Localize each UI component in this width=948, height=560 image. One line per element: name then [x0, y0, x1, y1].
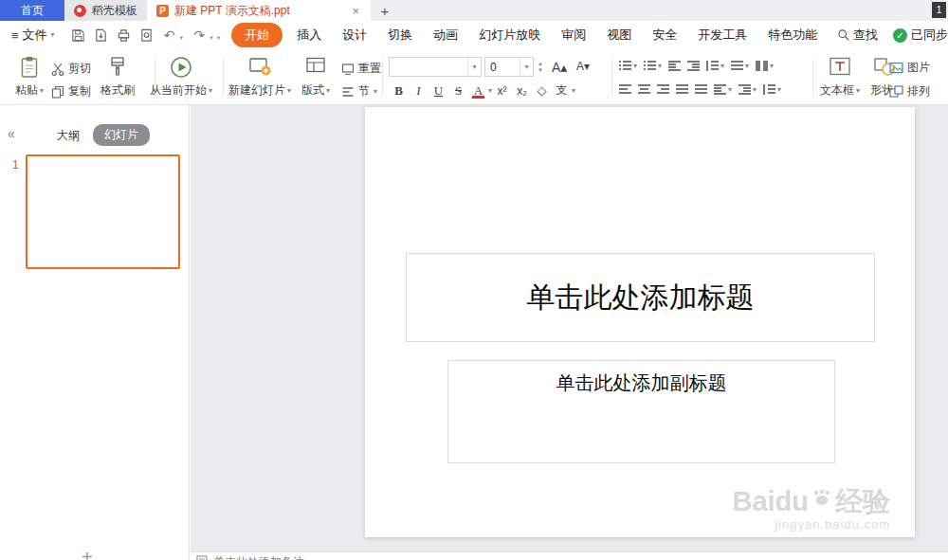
- slide-thumbnail[interactable]: [26, 154, 180, 269]
- subscript-button[interactable]: x₂: [512, 81, 532, 100]
- tab-document[interactable]: P 新建 PPT 演示文稿.ppt ×: [147, 0, 371, 21]
- format-painter-icon: [109, 56, 126, 77]
- align-bottom-button[interactable]: ▾: [763, 84, 781, 95]
- font-name-combobox[interactable]: ▾: [389, 57, 482, 77]
- tab-outline[interactable]: 大纲: [57, 128, 80, 144]
- increase-font-size-button[interactable]: A▴: [552, 60, 567, 75]
- paste-button[interactable]: 粘贴▾: [9, 53, 49, 101]
- distribute-text-button[interactable]: [695, 84, 707, 95]
- tab-developer[interactable]: 开发工具: [687, 23, 757, 47]
- reset-button[interactable]: 重置: [341, 61, 381, 77]
- print-preview-icon[interactable]: [137, 25, 157, 45]
- new-tab-button[interactable]: +: [371, 0, 399, 21]
- reset-label: 重置: [358, 61, 381, 77]
- tab-security[interactable]: 安全: [642, 23, 687, 47]
- layout-label: 版式: [301, 82, 324, 99]
- tab-insert[interactable]: 插入: [286, 23, 332, 47]
- tab-slides[interactable]: 幻灯片: [93, 124, 150, 146]
- customize-toolbar-icon[interactable]: ▾: [217, 34, 221, 42]
- align-top-button[interactable]: ▾: [714, 84, 732, 95]
- cut-button[interactable]: 剪切: [51, 61, 91, 77]
- decrease-indent-button[interactable]: [668, 61, 681, 71]
- tab-animation[interactable]: 动画: [423, 23, 468, 47]
- save-icon[interactable]: [68, 25, 89, 45]
- columns-button[interactable]: ▾: [756, 61, 774, 71]
- align-left-button[interactable]: [619, 84, 631, 95]
- text-direction-button[interactable]: ▾: [731, 61, 749, 71]
- print-icon[interactable]: [114, 25, 135, 45]
- redo-icon[interactable]: ↷: [189, 25, 210, 45]
- tab-home[interactable]: 首页: [0, 0, 64, 21]
- section-button[interactable]: 节 ▾: [341, 83, 377, 99]
- chevron-down-icon[interactable]: ▾: [520, 58, 533, 76]
- divider: [382, 58, 383, 96]
- menu-bar: ≡ 文件 ▾ ↶ ▾ ↷ ▾ ▾ 开始 插入 设计 切换 动画 幻灯片放映 审阅…: [0, 21, 948, 49]
- close-tab-icon[interactable]: ×: [350, 4, 361, 18]
- tab-start[interactable]: 开始: [231, 23, 283, 47]
- line-spacing-button[interactable]: ▾: [706, 61, 724, 71]
- decrease-font-size-button[interactable]: A▾: [576, 60, 590, 73]
- bullet-list-button[interactable]: ▾: [619, 61, 637, 71]
- text-box-button[interactable]: 文本框▾: [817, 53, 863, 101]
- chevron-down-icon[interactable]: ▾: [467, 58, 481, 76]
- play-from-current-button[interactable]: 从当前开始▾: [140, 53, 222, 101]
- chevron-down-icon: ▾: [40, 87, 44, 95]
- tab-transitions[interactable]: 切换: [377, 23, 423, 47]
- font-size-stepper[interactable]: ▲▼: [538, 57, 543, 77]
- clear-format-button[interactable]: ◇: [532, 81, 552, 100]
- file-menu-label: 文件: [23, 27, 47, 44]
- align-center-button[interactable]: [638, 84, 650, 95]
- add-slide-button[interactable]: +: [82, 550, 93, 560]
- chevron-glyph: ▾: [728, 86, 732, 94]
- bold-button[interactable]: B: [389, 81, 409, 100]
- undo-dropdown-icon[interactable]: ▾: [180, 34, 184, 42]
- chevron-glyph: ▾: [658, 63, 662, 70]
- file-menu-button[interactable]: ≡ 文件 ▾: [11, 27, 55, 44]
- underline-button[interactable]: U: [428, 81, 448, 100]
- find-button[interactable]: 查找: [837, 27, 878, 44]
- align-middle-icon: [738, 84, 751, 95]
- text-tools-dropdown-icon[interactable]: ▾: [572, 87, 575, 95]
- tab-view[interactable]: 视图: [596, 23, 642, 47]
- format-painter-button[interactable]: 格式刷: [95, 53, 140, 101]
- tab-special-features[interactable]: 特色功能: [757, 23, 828, 47]
- numbered-list-button[interactable]: ▾: [644, 61, 662, 71]
- undo-icon[interactable]: ↶: [159, 25, 180, 45]
- paste-icon: [20, 56, 39, 79]
- slide-editor[interactable]: 单击此处添加标题 单击此处添加副标题 Baidu 经验 jingyan.baid…: [365, 107, 915, 537]
- chevron-glyph: ▾: [524, 63, 528, 71]
- notification-badge[interactable]: 1: [932, 2, 946, 18]
- notes-bar[interactable]: 单击此处添加备注: [191, 551, 948, 560]
- baidu-watermark: Baidu 经验 jingyan.baidu.com: [732, 488, 890, 532]
- layout-icon: [305, 56, 326, 75]
- strikethrough-button[interactable]: S: [448, 81, 468, 100]
- increase-font-glyph: A▴: [552, 60, 567, 75]
- align-middle-button[interactable]: ▾: [738, 84, 757, 95]
- font-size-combobox[interactable]: 0 ▾: [484, 57, 534, 77]
- collapse-panel-button[interactable]: «: [8, 126, 15, 141]
- text-tools-button[interactable]: 支: [552, 81, 572, 100]
- search-icon: [837, 28, 850, 42]
- subtitle-placeholder[interactable]: 单击此处添加副标题: [447, 360, 835, 463]
- layout-button[interactable]: 版式▾: [293, 53, 338, 101]
- tab-slideshow[interactable]: 幻灯片放映: [468, 23, 551, 47]
- sync-status[interactable]: ✓ 已同步: [893, 27, 948, 44]
- superscript-button[interactable]: x²: [492, 81, 512, 100]
- italic-button[interactable]: I: [409, 81, 428, 100]
- tab-docer-templates[interactable]: 稻壳模板: [64, 0, 147, 21]
- justify-button[interactable]: [676, 84, 688, 95]
- font-color-button[interactable]: A: [468, 81, 488, 100]
- text-direction-icon: [731, 61, 743, 71]
- tab-design[interactable]: 设计: [332, 23, 377, 47]
- new-slide-button[interactable]: 新建幻灯片▾: [228, 53, 291, 101]
- copy-button[interactable]: 复制: [51, 83, 91, 99]
- output-icon[interactable]: [91, 25, 112, 45]
- increase-indent-button[interactable]: [687, 61, 700, 71]
- arrange-button[interactable]: 排列: [889, 83, 930, 99]
- redo-dropdown-icon[interactable]: ▾: [210, 34, 213, 42]
- tab-review[interactable]: 审阅: [551, 23, 596, 47]
- divider: [611, 58, 612, 96]
- title-placeholder[interactable]: 单击此处添加标题: [406, 253, 875, 342]
- align-right-button[interactable]: [657, 84, 669, 95]
- picture-button[interactable]: 图片: [889, 60, 930, 76]
